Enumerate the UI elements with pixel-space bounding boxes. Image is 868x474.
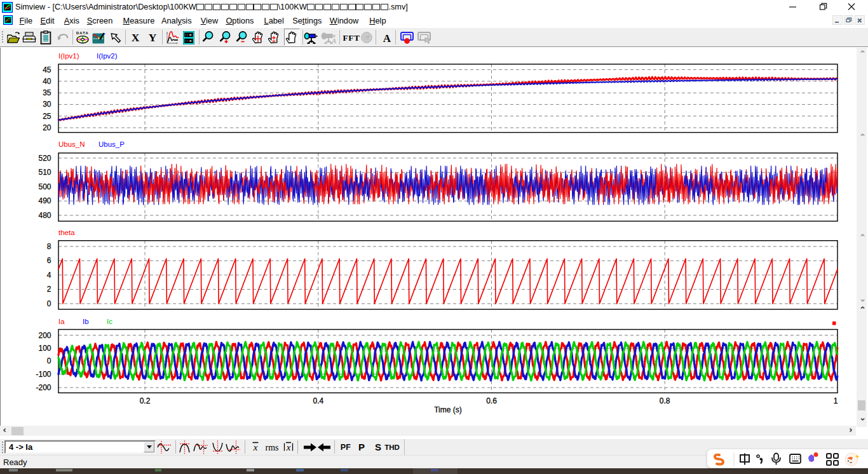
svg-text:0.2: 0.2 <box>140 396 151 405</box>
svg-text:Time (s): Time (s) <box>434 405 462 414</box>
svg-text:480: 480 <box>38 211 51 220</box>
svg-text:0: 0 <box>47 356 51 365</box>
svg-text:200: 200 <box>38 331 51 340</box>
svg-text:x: x <box>253 442 258 452</box>
svg-text:theta: theta <box>58 229 75 236</box>
svg-text:0: 0 <box>47 299 51 308</box>
svg-text:-100: -100 <box>36 370 51 379</box>
svg-text:45: 45 <box>43 65 51 74</box>
svg-text:Ubus_N: Ubus_N <box>58 140 85 148</box>
svg-text:6: 6 <box>47 256 51 265</box>
svg-text:0.4: 0.4 <box>313 396 323 405</box>
svg-text:Ubus_P: Ubus_P <box>98 140 125 148</box>
svg-text:500: 500 <box>38 182 51 191</box>
svg-text:P: P <box>358 442 364 452</box>
svg-text:25: 25 <box>43 112 51 121</box>
svg-text:Ia: Ia <box>58 318 65 325</box>
svg-text:PF: PF <box>341 443 351 452</box>
svg-text:2: 2 <box>47 285 51 294</box>
svg-text:0.6: 0.6 <box>486 396 497 405</box>
svg-text:1: 1 <box>834 396 838 405</box>
svg-text:I(Ipv2): I(Ipv2) <box>97 52 118 60</box>
svg-text:0.8: 0.8 <box>660 396 670 405</box>
svg-text:THD: THD <box>384 444 400 451</box>
svg-text:100: 100 <box>38 344 51 353</box>
svg-text:490: 490 <box>38 196 51 205</box>
svg-text:x: x <box>286 442 291 452</box>
svg-text:35: 35 <box>43 88 51 97</box>
svg-text:30: 30 <box>43 100 51 109</box>
svg-text:4: 4 <box>47 271 51 280</box>
svg-text:-200: -200 <box>36 383 51 392</box>
svg-text:rms: rms <box>266 443 279 452</box>
svg-text:510: 510 <box>38 168 51 177</box>
svg-text:520: 520 <box>38 154 51 163</box>
svg-text:Ib: Ib <box>83 318 89 325</box>
svg-text:S: S <box>375 442 381 452</box>
svg-text:I(Ipv1): I(Ipv1) <box>58 52 79 60</box>
svg-text:20: 20 <box>43 123 51 132</box>
svg-text:Ic: Ic <box>107 318 112 325</box>
svg-text:40: 40 <box>43 77 51 86</box>
svg-text:8: 8 <box>47 242 51 251</box>
